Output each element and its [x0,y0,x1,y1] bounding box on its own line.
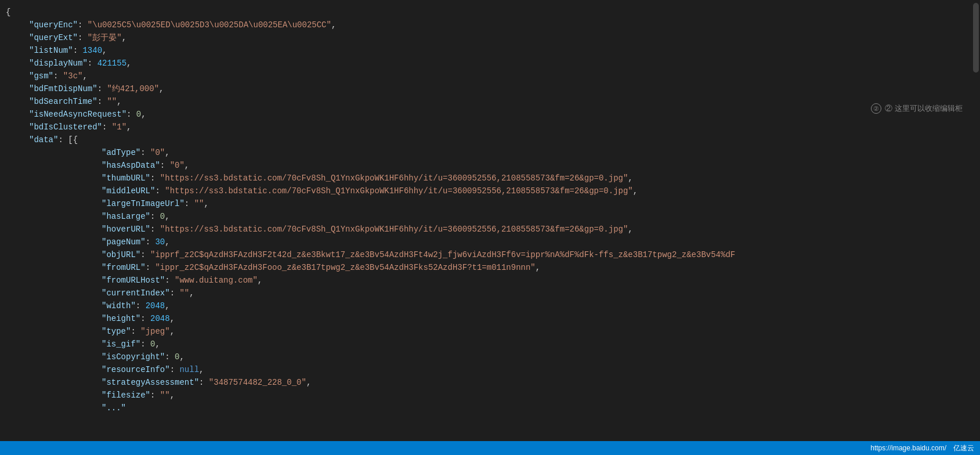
token-comma: , [155,338,160,351]
token-key: "..." [102,402,126,414]
code-line: "bdSearchTime": "", [0,95,980,108]
token-string: "https://ss3.bdstatic.com/70cFv8Sh_Q1Ynx… [160,223,628,236]
token-number-blue: 2048 [150,312,170,325]
scrollbar-track[interactable] [972,0,980,455]
token-string: "0" [170,159,185,172]
token-string: "" [107,95,117,108]
token-colon: : [170,287,180,299]
code-line: "fromURL": "ippr_z2C$qAzdH3FAzdH3Fooo_z&… [0,261,980,274]
token-string: "0" [150,146,165,159]
url-display: https://image.baidu.com/ [870,444,946,452]
token-key: "queryEnc" [29,19,78,31]
token-comma: , [185,159,189,172]
code-line: "resourceInfo": null, [0,363,980,376]
code-line: "data": [{ [0,133,980,146]
code-line: "hoverURL": "https://ss3.bdstatic.com/70… [0,223,980,236]
token-string: "\u0025C5\u0025ED\u0025D3\u0025DA\u0025E… [88,19,331,31]
code-line: "hasAspData": "0", [0,159,980,172]
code-line: "gsm": "3c", [0,70,980,82]
token-key: "width" [102,299,136,312]
code-line: "type": "jpeg", [0,325,980,338]
code-line: "isCopyright": 0, [0,351,980,363]
code-line: "thumbURL": "https://ss3.bdstatic.com/70… [0,172,980,185]
hint-text: ② 这里可以收缩编辑柜 [885,103,963,114]
token-colon: : [150,389,160,402]
token-string: "jpeg" [140,325,169,338]
token-comma: , [82,70,87,82]
token-colon: : [53,70,63,82]
token-colon: : [165,351,175,363]
token-colon: : [150,172,160,185]
token-key: "hasLarge" [102,210,150,223]
token-colon: : [88,57,97,70]
code-line: "filesize": "", [0,389,980,402]
token-colon: : [78,31,88,44]
token-key: "bdFmtDispNum" [29,82,97,95]
code-line: "is_gif": 0, [0,338,980,351]
token-colon: : [170,363,180,376]
token-number: 0 [136,108,141,121]
code-line: "objURL": "ipprf_z2C$qAzdH3FAzdH3F2t42d_… [0,248,980,261]
token-key: "hoverURL" [102,223,150,236]
token-comma: , [165,210,169,223]
token-number-blue: 1340 [82,44,102,57]
token-comma: , [170,325,175,338]
token-colon: : [97,82,107,95]
token-string: "" [160,389,170,402]
code-area[interactable]: {"queryEnc": "\u0025C5\u0025ED\u0025D3\u… [0,0,980,455]
token-key: "objURL" [102,248,140,261]
code-line: "displayNum": 421155, [0,57,980,70]
token-key: "resourceInfo" [102,363,170,376]
token-key: "pageNum" [102,236,146,248]
token-comma: , [159,82,164,95]
token-colon: : [78,19,88,31]
code-line: "queryExt": "彭于晏", [0,31,980,44]
brand-name: 亿速云 [953,443,974,453]
token-comma: , [628,172,632,185]
bottom-bar-right: https://image.baidu.com/ 亿速云 [870,443,974,453]
token-key: "hasAspData" [102,159,160,172]
token-comma: , [306,376,311,389]
token-colon: : [140,338,150,351]
code-line: "listNum": 1340, [0,44,980,57]
token-comma: , [165,146,169,159]
token-string: "ippr_z2C$qAzdH3FAzdH3Fooo_z&e3B17tpwg2_… [155,261,535,274]
token-number: 0 [160,210,165,223]
token-string: "https://ss3.bdstatic.com/70cFv8Sh_Q1Ynx… [160,172,628,185]
token-comma: , [122,31,126,44]
code-line: "bdFmtDispNum": "约421,000", [0,82,980,95]
token-key: "bdSearchTime" [29,95,97,108]
token-number-blue: 2048 [146,299,165,312]
token-comma: , [170,389,175,402]
token-string: "ipprf_z2C$qAzdH3FAzdH3F2t42d_z&e3Bkwt17… [150,248,735,261]
token-comma: , [628,223,632,236]
token-string: "彭于晏" [88,31,122,44]
token-colon: : [155,185,165,197]
token-comma: , [199,363,204,376]
token-comma: , [102,44,107,57]
token-colon: : [160,159,170,172]
token-key: "queryExt" [29,31,78,44]
token-colon: : [140,312,150,325]
code-line: { [0,6,980,19]
token-colon: : [136,299,146,312]
token-comma: , [258,274,262,287]
token-comma: , [117,95,121,108]
token-brace: { [6,6,10,19]
token-key: "is_gif" [102,338,140,351]
token-comma: , [536,261,540,274]
token-key: "isCopyright" [102,351,165,363]
token-bracket: [{ [68,133,78,146]
code-line: "strategyAssessment": "3487574482_228_0_… [0,376,980,389]
token-comma: , [331,19,336,31]
scrollbar-thumb[interactable] [973,3,979,73]
token-string: "https://ss3.bdstatic.com/70cFv8Sh_Q1Ynx… [165,185,633,197]
token-colon: : [131,325,140,338]
token-number-blue: 421155 [97,57,126,70]
code-line: "hasLarge": 0, [0,210,980,223]
token-string: "3c" [63,70,83,82]
code-line: "pageNum": 30, [0,236,980,248]
token-string: "" [194,197,204,210]
token-colon: : [185,197,194,210]
token-string: "1" [112,121,126,133]
